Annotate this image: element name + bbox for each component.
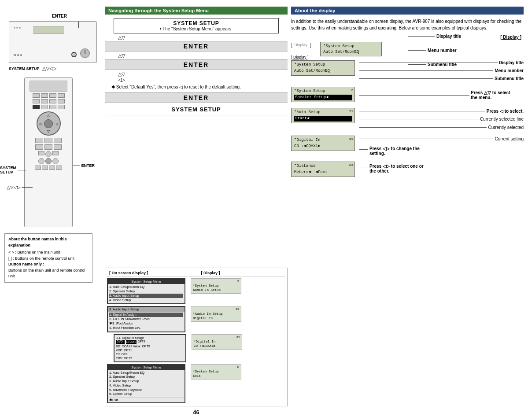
main-unit-small-buttons: [14, 54, 22, 56]
remote-bottom-buttons: [35, 166, 62, 170]
remote-illustration: △ ▽ ◁ ▷: [24, 77, 73, 227]
onscreen-row4: System Setup Menu 1. Auto Setup/Room EQ …: [107, 364, 185, 404]
right-column: About the display In addition to the eas…: [291, 4, 524, 416]
ex3-ann: Press ◁ to select. Currently selected li…: [357, 109, 524, 130]
system-setup-arrows-row: SYSTEM SETUP △▽◁▷: [4, 66, 101, 71]
page-number: 46: [105, 409, 288, 416]
main-unit-knob: [80, 48, 90, 58]
display-example-1: [ Display ] *System Setup Auto Set/RoomE…: [291, 42, 524, 56]
navigation-steps: SYSTEM SETUP • The "System Setup Menu" a…: [105, 16, 288, 265]
step2-arrows: △▽: [105, 34, 288, 41]
displays-section: [ On screen display ] [ Display ] System…: [105, 268, 288, 406]
onscreen-row1: System Setup Menu 1. Auto Setup/Room EQ …: [107, 278, 185, 305]
step6-system-setup: SYSTEM SETUP: [105, 104, 288, 115]
system-setup-label-remote: SYSTEMSETUP: [0, 166, 26, 174]
step3-enter: ENTER: [105, 59, 288, 70]
ex1-ann: Display title Menu number Submenu title: [357, 60, 524, 81]
remote-buttons-grid: [33, 93, 65, 109]
right-description: In addition to the easily understandable…: [291, 18, 524, 31]
display-column-headers: [ On screen display ] [ Display ]: [107, 270, 285, 276]
main-unit-illustration: ●: [9, 21, 97, 63]
ex3-selected: Start◄: [294, 116, 352, 122]
selected-row1: 3. Audio Input Setup: [109, 294, 183, 298]
remote-lower-buttons: [35, 138, 62, 150]
ex1-full: [ Display ] *System Setup Auto Set/RoomE…: [291, 55, 524, 81]
lcd-row3: 31 *Digital In CD :◄COAX1►: [192, 334, 242, 350]
remote-nav-ring: △ ▽ ◁ ▷: [37, 111, 61, 136]
currently-selected-label: Currently selected: [488, 125, 524, 130]
ex1-lcd: *System Setup Auto Set/RoomEQ: [291, 60, 355, 76]
about-display-header: About the display: [291, 7, 524, 15]
selected-row2: 1. Digital In Assign: [109, 313, 183, 317]
bottom-note-box: About the button names in this explanati…: [4, 233, 92, 283]
enter-pointer: [78, 22, 79, 28]
examples-container: [ Display ] *System Setup Auto Set/RoomE…: [291, 55, 524, 179]
display-row-4: System Setup Menu 1. Auto Setup/Room EQ …: [107, 364, 285, 404]
ex2-full: 2 *System Setup Speaker Setup◄ Press △▽ …: [291, 87, 524, 102]
ex5-lcd: 23 *Distance Meters◄: ◄Feet: [291, 162, 355, 177]
nav-section-header: Navigating through the System Setup Menu: [105, 7, 288, 15]
display-row-2: 3. Audio Input Setup 1. Digital In Assig…: [107, 306, 285, 332]
remote-unit-area: ENTER: [24, 77, 81, 227]
step1-box: SYSTEM SETUP • The "System Setup Menu" a…: [114, 18, 279, 33]
display-row-1: System Setup Menu 1. Auto Setup/Room EQ …: [107, 278, 285, 305]
enter-knob: ●: [71, 52, 77, 57]
remote-setup-buttons: [38, 151, 59, 164]
lcd-row2: 31 *Audio In Setup Digital In: [191, 306, 241, 322]
main-unit-display: [33, 26, 64, 34]
step4-note: ✱ Select "Default Yes", then press ◁ to …: [105, 83, 288, 92]
ex2-ann: Press △▽ to selectthe menu.: [357, 90, 524, 100]
display-bracket-label: [ Display ]: [291, 35, 524, 40]
left-column: ENTER: [4, 4, 101, 416]
enter-label-remote: ENTER: [69, 163, 95, 168]
onscreen-row2: 3. Audio Input Setup 1. Digital In Assig…: [107, 306, 185, 332]
arrows-label-remote: △▽◁▷: [7, 185, 33, 190]
ex3-full: 11 *Auto Setup Start◄ Press ◁ to select.…: [291, 108, 524, 130]
ex2-selected: Speaker Setup◄: [294, 95, 352, 101]
example1-display: [ Display ]: [291, 42, 311, 48]
ex4-ann: Current setting Press ◁▷ to change these…: [357, 136, 524, 156]
step5-enter: ENTER: [105, 92, 288, 103]
ex4-lcd: 31 *Digital In CD :◄COAX1►: [291, 136, 355, 151]
step4-arrows: △▽ ◁▷: [105, 71, 288, 83]
page-container: ENTER: [0, 0, 528, 420]
ex1-screen: *System Setup Auto Set/RoomEQ: [320, 42, 382, 56]
step3-arrows: △▽: [105, 52, 288, 59]
ex4-full: 31 *Digital In CD :◄COAX1► Current setti…: [291, 136, 524, 156]
ex5-full: 23 *Distance Meters◄: ◄Feet Press ◁▷ to …: [291, 162, 524, 177]
onscreen-row1-content: 1. Auto Setup/Room EQ 2. Speaker Setup 3…: [108, 284, 185, 304]
main-unit-buttons: [14, 27, 21, 29]
middle-column: Navigating through the System Setup Menu…: [105, 4, 288, 416]
lcd-row1: 3 *System Setup Audio In Setup: [191, 278, 241, 294]
onscreen-row3: 3-1. Digital In Assign DVD: COAX1 OPT4 B…: [114, 334, 186, 362]
step2-enter: ENTER: [105, 41, 288, 52]
display-row-3: 3-1. Digital In Assign DVD: COAX1 OPT4 B…: [114, 334, 285, 362]
ex3-lcd: 11 *Auto Setup Start◄: [291, 108, 355, 123]
lcd-row4: 0 *System Setup Exit: [191, 364, 241, 380]
enter-label-top: ENTER: [4, 13, 101, 18]
ex2-lcd: 2 *System Setup Speaker Setup◄: [291, 87, 355, 102]
ex5-ann: Press ◁▷ to select one orthe other.: [357, 164, 524, 173]
